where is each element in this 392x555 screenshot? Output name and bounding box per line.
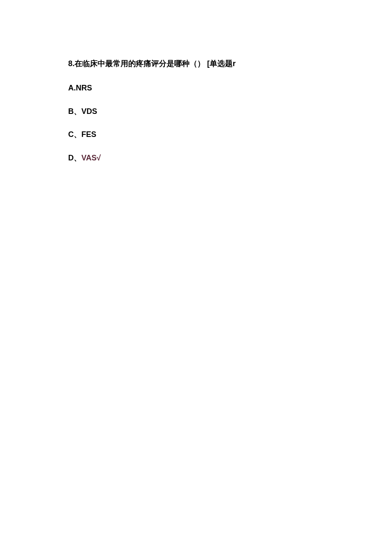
option-letter: C、 <box>68 130 81 139</box>
option-letter: B、 <box>68 107 81 116</box>
option-text: FES <box>81 130 96 139</box>
option-text: VDS <box>81 107 97 116</box>
option-a: A.NRS <box>68 82 324 94</box>
option-letter: A. <box>68 84 76 92</box>
option-text: VAS <box>81 154 97 162</box>
option-text: NRS <box>76 84 92 92</box>
checkmark-icon: √ <box>97 154 101 162</box>
question-stem: 在临床中最常用的疼痛评分是哪种（） <box>75 59 205 68</box>
question-number: 8. <box>68 59 75 68</box>
option-d: D、VAS√ <box>68 152 324 164</box>
question-type-label: [单选题r <box>207 59 236 68</box>
option-b: B、VDS <box>68 105 324 118</box>
option-c: C、FES <box>68 128 324 141</box>
option-letter: D、 <box>68 154 81 162</box>
question-line: 8.在临床中最常用的疼痛评分是哪种（） [单选题r <box>68 58 324 70</box>
